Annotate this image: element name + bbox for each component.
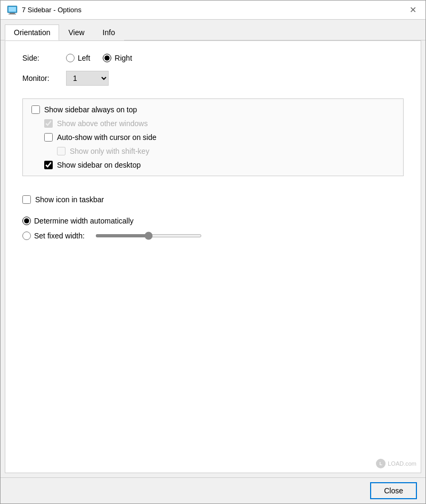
title-bar: 7 Sidebar - Options ✕	[1, 1, 425, 20]
tab-view[interactable]: View	[59, 24, 93, 40]
right-radio-input[interactable]	[103, 54, 111, 62]
main-window: 7 Sidebar - Options ✕ Orientation View I…	[0, 0, 426, 504]
checkboxes-section: Show sidebar always on top Show above ot…	[22, 98, 404, 176]
always-on-top-label: Show sidebar always on top	[44, 105, 137, 114]
side-row: Side: Left Right	[22, 54, 404, 62]
left-radio-input[interactable]	[66, 54, 75, 62]
shift-key-checkbox	[57, 147, 65, 155]
on-desktop-label: Show sidebar on desktop	[57, 161, 141, 169]
auto-width-radio[interactable]	[22, 217, 31, 225]
side-radio-group: Left Right	[66, 54, 132, 62]
svg-rect-3	[9, 14, 16, 14]
fixed-width-radio[interactable]	[22, 232, 31, 240]
auto-show-row: Auto-show with cursor on side	[44, 133, 395, 142]
svg-rect-1	[9, 7, 16, 12]
close-button[interactable]: Close	[370, 482, 417, 499]
side-label: Side:	[22, 54, 60, 62]
left-radio-option[interactable]: Left	[66, 54, 90, 62]
auto-width-option[interactable]: Determine width automatically	[22, 217, 134, 225]
width-slider[interactable]	[95, 234, 202, 237]
tab-info[interactable]: Info	[94, 24, 124, 40]
above-windows-label: Show above other windows	[57, 119, 148, 128]
window-close-button[interactable]: ✕	[406, 4, 419, 16]
auto-width-label: Determine width automatically	[34, 217, 134, 225]
above-windows-checkbox	[44, 119, 53, 128]
above-windows-row: Show above other windows	[44, 119, 395, 128]
watermark-text: LOAD.com	[388, 460, 416, 467]
content-area: Side: Left Right Monitor: 1 2	[5, 40, 421, 473]
tab-orientation[interactable]: Orientation	[5, 24, 59, 40]
title-bar-left: 7 Sidebar - Options	[7, 5, 81, 15]
watermark: L LOAD.com	[376, 459, 416, 468]
watermark-icon: L	[376, 459, 386, 468]
footer: Close	[1, 477, 425, 503]
shift-key-label: Show only with shift-key	[70, 147, 149, 155]
taskbar-label: Show icon in taskbar	[35, 195, 104, 204]
on-desktop-row: Show sidebar on desktop	[44, 161, 395, 169]
taskbar-section: Show icon in taskbar	[22, 195, 404, 204]
tab-bar: Orientation View Info	[1, 20, 425, 40]
app-icon	[7, 5, 18, 15]
left-radio-label: Left	[78, 54, 90, 62]
right-radio-label: Right	[114, 54, 132, 62]
shift-key-row: Show only with shift-key	[57, 147, 395, 155]
width-section: Determine width automatically Set fixed …	[22, 217, 404, 240]
always-on-top-row: Show sidebar always on top	[31, 105, 395, 114]
fixed-width-label: Set fixed width:	[34, 232, 85, 240]
on-desktop-checkbox[interactable]	[44, 161, 53, 169]
slider-container	[95, 234, 202, 237]
svg-rect-2	[10, 13, 15, 14]
auto-width-row: Determine width automatically	[22, 217, 404, 225]
monitor-row: Monitor: 1 2	[22, 71, 404, 86]
right-radio-option[interactable]: Right	[103, 54, 132, 62]
taskbar-checkbox[interactable]	[22, 195, 31, 204]
fixed-width-row: Set fixed width:	[22, 232, 404, 240]
fixed-width-option[interactable]: Set fixed width:	[22, 232, 85, 240]
monitor-select[interactable]: 1 2	[66, 71, 109, 86]
auto-show-label: Auto-show with cursor on side	[57, 133, 157, 142]
auto-show-checkbox[interactable]	[44, 133, 53, 142]
monitor-label: Monitor:	[22, 74, 60, 82]
always-on-top-checkbox[interactable]	[31, 105, 40, 114]
window-title: 7 Sidebar - Options	[22, 6, 81, 14]
